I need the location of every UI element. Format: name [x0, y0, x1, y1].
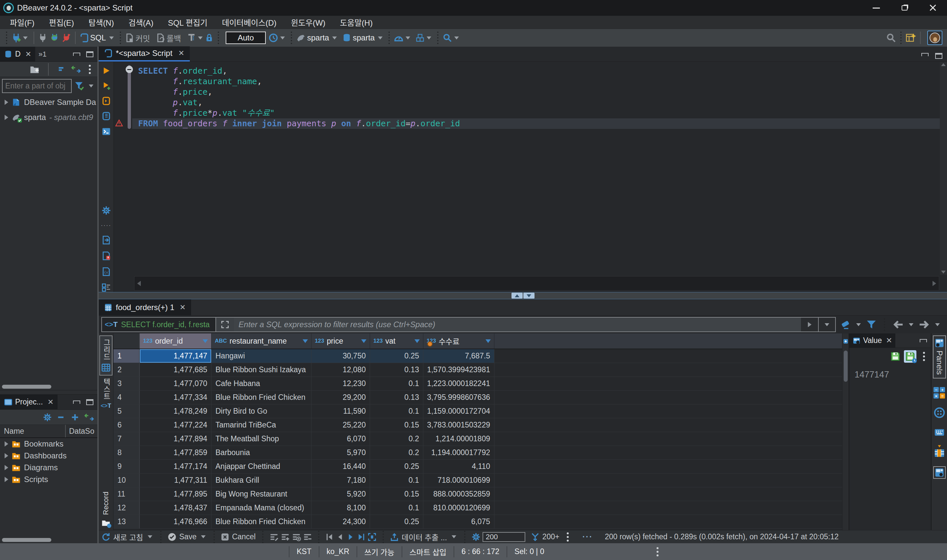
- expand-filter-icon[interactable]: [216, 318, 234, 331]
- panel-splitter[interactable]: [0, 390, 97, 395]
- status-insert-mode[interactable]: 스마트 삽입: [402, 546, 454, 557]
- quick-search-icon[interactable]: [886, 32, 896, 43]
- projects-hscrollbar[interactable]: [0, 537, 97, 543]
- tab-sql-script[interactable]: *<sparta> Script ✕: [99, 46, 190, 62]
- minimize-button[interactable]: [862, 0, 890, 16]
- refresh-button[interactable]: 새로 고침: [113, 531, 143, 543]
- export-data-icon[interactable]: [390, 532, 399, 542]
- fee-cell[interactable]: 3,783.0001503229: [423, 418, 494, 432]
- status-locale[interactable]: ko_KR: [319, 546, 357, 557]
- filter-dropdown[interactable]: [89, 85, 94, 88]
- database-selector[interactable]: sparta: [353, 33, 375, 42]
- row-number-cell[interactable]: 1: [114, 349, 140, 363]
- vat-cell[interactable]: 0.25: [370, 515, 423, 528]
- edit-row-icon[interactable]: [269, 532, 279, 542]
- search-toolbar-icon[interactable]: [442, 33, 452, 43]
- fetch-size-input[interactable]: [482, 532, 525, 542]
- query-panel-icon[interactable]: [934, 427, 945, 438]
- dbeaver-perspective-button[interactable]: [927, 31, 942, 45]
- vat-cell[interactable]: 0.13: [370, 363, 423, 377]
- tab-database-navigator[interactable]: D ✕: [0, 47, 35, 62]
- order-id-cell[interactable]: 1,477,895: [140, 487, 211, 501]
- column-filter-icon[interactable]: [414, 339, 420, 343]
- scrollbar-thumb[interactable]: [844, 351, 848, 382]
- toolbar-overflow-icon[interactable]: [567, 532, 569, 534]
- fee-cell[interactable]: 1,159.0000172704: [423, 405, 494, 418]
- maximize-editor-icon[interactable]: [935, 53, 942, 59]
- grid-vscrollbar[interactable]: [842, 334, 848, 530]
- code-area[interactable]: SELECT f.order_id, f.restaurant_name, f.…: [132, 62, 947, 292]
- tab-grid-presentation[interactable]: 그리드: [99, 335, 112, 375]
- link-with-editor-icon[interactable]: [71, 65, 81, 74]
- collapse-block-icon[interactable]: [126, 66, 133, 73]
- new-connection-dropdown[interactable]: [23, 37, 28, 40]
- fetch-more-icon[interactable]: [531, 532, 540, 542]
- maximize-panel-icon[interactable]: [86, 399, 94, 405]
- vat-cell[interactable]: 0.13: [370, 391, 423, 404]
- editor-hscrollbar[interactable]: [134, 276, 939, 291]
- row-number-cell[interactable]: 8: [114, 446, 140, 459]
- disconnect-icon[interactable]: [62, 33, 71, 42]
- fee-cell[interactable]: 6,075: [423, 515, 494, 528]
- table-row[interactable]: 7 1,477,894 The Meatball Shop 6,070 0.2 …: [114, 432, 842, 446]
- fee-cell[interactable]: 7,687.5: [423, 349, 494, 363]
- connection-dropdown[interactable]: [332, 37, 337, 40]
- restaurant-name-cell[interactable]: Cafe Habana: [211, 377, 311, 390]
- restaurant-name-cell[interactable]: Blue Ribbon Sushi Izakaya: [211, 363, 311, 377]
- minimize-editor-icon[interactable]: [921, 53, 929, 56]
- connect-icon[interactable]: [38, 33, 47, 42]
- vat-cell[interactable]: 0.15: [370, 418, 423, 432]
- menu-item[interactable]: 검색(A): [121, 16, 160, 29]
- restaurant-name-cell[interactable]: Anjappar Chettinad: [211, 460, 311, 473]
- expand-up-button[interactable]: [511, 293, 523, 298]
- price-cell[interactable]: 8,100: [311, 501, 370, 515]
- rollback-icon[interactable]: [156, 33, 165, 42]
- export-dropdown[interactable]: [452, 535, 456, 538]
- row-number-cell[interactable]: 2: [114, 363, 140, 377]
- column-header-restaurant-name[interactable]: ABC restaurant_name: [211, 334, 311, 349]
- object-filter-input[interactable]: [2, 79, 72, 93]
- save-check-icon[interactable]: [168, 532, 177, 542]
- fee-cell[interactable]: 3,795.9998607636: [423, 391, 494, 404]
- new-folder-icon[interactable]: [29, 65, 40, 74]
- save-value-icon[interactable]: [890, 351, 901, 362]
- price-cell[interactable]: 30,750: [311, 349, 370, 363]
- close-icon[interactable]: ✕: [886, 336, 892, 345]
- project-tree-item[interactable]: Scripts: [0, 474, 97, 485]
- duplicate-row-icon[interactable]: [292, 532, 301, 542]
- menu-item[interactable]: 데이터베이스(D): [215, 16, 284, 29]
- next-record-icon[interactable]: [346, 533, 355, 541]
- vat-cell[interactable]: 0.2: [370, 432, 423, 446]
- row-number-cell[interactable]: 9: [114, 460, 140, 473]
- panel-toggle-icon[interactable]: [842, 334, 848, 349]
- tab-text-presentation[interactable]: 텍스트 <>T: [100, 375, 112, 412]
- export-from-query-icon[interactable]: [102, 235, 111, 245]
- collapse-all-icon[interactable]: [57, 65, 66, 74]
- code-line[interactable]: f.price*p.vat "수수료": [132, 108, 947, 118]
- parameters-icon[interactable]: {x}: [102, 267, 111, 276]
- sql-button[interactable]: SQL: [90, 33, 106, 42]
- tab-food-orders-result[interactable]: food_orders(+) 1 ✕: [99, 299, 191, 315]
- table-row[interactable]: 6 1,477,224 Tamarind TriBeCa 25,220 0.15…: [114, 418, 842, 432]
- packages-icon[interactable]: [416, 33, 425, 42]
- restaurant-name-cell[interactable]: The Meatball Shop: [211, 432, 311, 446]
- vat-cell[interactable]: 0.1: [370, 474, 423, 487]
- forward-dropdown[interactable]: [935, 323, 940, 326]
- vat-cell[interactable]: 0.1: [370, 377, 423, 390]
- scrollbar-thumb[interactable]: [2, 538, 51, 542]
- price-cell[interactable]: 24,300: [311, 515, 370, 528]
- price-cell[interactable]: 29,200: [311, 391, 370, 404]
- value-menu-icon[interactable]: [923, 352, 925, 354]
- table-row[interactable]: 10 1,477,311 Bukhara Grill 7,180 0.1 718…: [114, 474, 842, 487]
- explain-plan-icon[interactable]: [102, 112, 111, 120]
- commit-mode-button[interactable]: Auto: [226, 32, 265, 44]
- fee-cell[interactable]: 810.0000120699: [423, 501, 494, 515]
- metadata-panel-icon[interactable]: [934, 407, 945, 418]
- vat-cell[interactable]: 0.15: [370, 487, 423, 501]
- editor-vscrollbar[interactable]: [940, 62, 947, 275]
- search-dropdown[interactable]: [454, 37, 459, 40]
- order-id-cell[interactable]: 1,477,685: [140, 363, 211, 377]
- column-header-name[interactable]: Name: [0, 425, 66, 437]
- price-cell[interactable]: 5,920: [311, 487, 370, 501]
- code-line-current[interactable]: FROM food_orders f inner join payments p…: [132, 118, 947, 129]
